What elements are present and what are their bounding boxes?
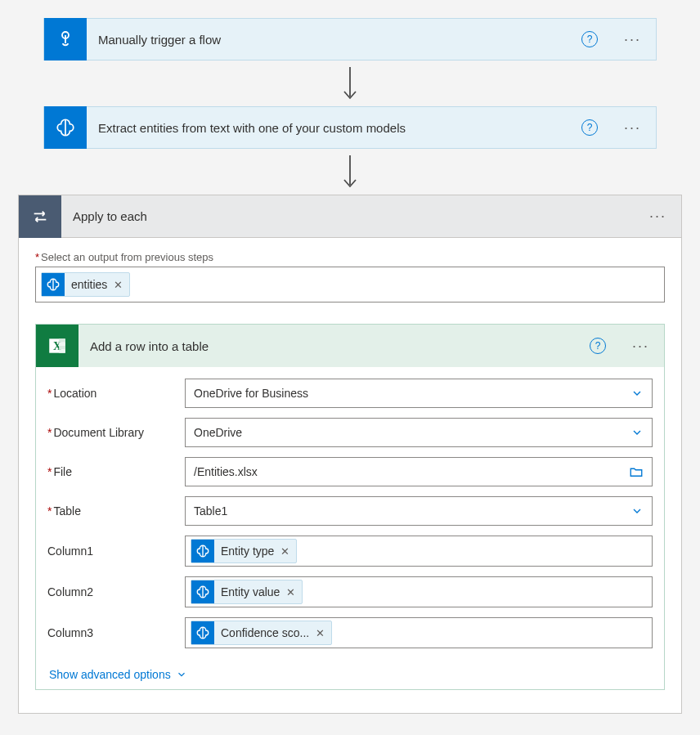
table-dropdown[interactable]: Table1 bbox=[185, 496, 653, 526]
param-location: *Location OneDrive for Business bbox=[47, 379, 653, 408]
param-column2: Column2 Entity value ✕ bbox=[47, 576, 653, 607]
help-icon[interactable]: ? bbox=[581, 119, 598, 136]
token-entity-value[interactable]: Entity value ✕ bbox=[191, 580, 303, 604]
svg-rect-4 bbox=[59, 338, 65, 342]
token-label: Entity value bbox=[221, 585, 280, 598]
token-entities[interactable]: entities ✕ bbox=[41, 272, 130, 297]
excel-icon: X bbox=[36, 325, 79, 367]
file-picker[interactable]: /Entities.xlsx bbox=[185, 457, 653, 486]
add-row-card: X Add a row into a table ? ··· *Location bbox=[35, 324, 665, 690]
chevron-down-icon bbox=[176, 669, 187, 680]
param-table: *Table Table1 bbox=[47, 496, 653, 526]
more-menu-button[interactable]: ··· bbox=[609, 31, 656, 48]
apply-to-each-header[interactable]: Apply to each ··· bbox=[19, 195, 681, 238]
remove-token-button[interactable]: ✕ bbox=[280, 545, 289, 558]
param-file: *File /Entities.xlsx bbox=[47, 457, 653, 486]
trigger-step-card[interactable]: Manually trigger a flow ? ··· bbox=[43, 18, 657, 61]
apply-to-each-title: Apply to each bbox=[61, 209, 635, 223]
extract-step-title: Extract entities from text with one of y… bbox=[87, 121, 581, 135]
more-menu-button[interactable]: ··· bbox=[617, 338, 664, 355]
loop-icon bbox=[19, 195, 61, 238]
token-label: Confidence sco... bbox=[221, 626, 309, 639]
arrow-down-icon bbox=[340, 65, 360, 101]
trigger-step-title: Manually trigger a flow bbox=[87, 33, 581, 47]
ai-brain-icon bbox=[42, 273, 65, 296]
svg-rect-6 bbox=[59, 346, 65, 349]
remove-token-button[interactable]: ✕ bbox=[316, 627, 325, 639]
token-confidence-score[interactable]: Confidence sco... ✕ bbox=[191, 621, 332, 645]
ai-brain-icon bbox=[44, 106, 87, 149]
ai-brain-icon bbox=[191, 621, 214, 644]
remove-token-button[interactable]: ✕ bbox=[286, 586, 295, 598]
column2-input[interactable]: Entity value ✕ bbox=[185, 576, 653, 607]
chevron-down-icon bbox=[630, 387, 644, 400]
token-label: entities bbox=[71, 278, 107, 291]
extract-step-card[interactable]: Extract entities from text with one of y… bbox=[43, 106, 657, 149]
add-row-title: Add a row into a table bbox=[79, 339, 590, 353]
ai-brain-icon bbox=[191, 580, 214, 603]
chevron-down-icon bbox=[630, 426, 644, 439]
arrow-down-icon bbox=[340, 154, 360, 190]
location-dropdown[interactable]: OneDrive for Business bbox=[185, 379, 653, 408]
chevron-down-icon bbox=[630, 504, 644, 518]
add-row-params: *Location OneDrive for Business *Documen… bbox=[36, 367, 664, 689]
more-menu-button[interactable]: ··· bbox=[635, 208, 681, 225]
output-from-label: *Select an output from previous steps bbox=[35, 251, 665, 263]
folder-icon[interactable] bbox=[629, 464, 644, 479]
apply-to-each-container: Apply to each ··· *Select an output from… bbox=[18, 195, 682, 714]
output-from-input[interactable]: entities ✕ bbox=[35, 267, 665, 303]
required-asterisk: * bbox=[35, 251, 39, 263]
add-row-header[interactable]: X Add a row into a table ? ··· bbox=[36, 325, 664, 367]
flow-canvas: Manually trigger a flow ? ··· Extract en… bbox=[18, 18, 682, 714]
ai-brain-icon bbox=[191, 540, 214, 562]
show-advanced-options-link[interactable]: Show advanced options bbox=[47, 658, 653, 686]
touch-icon bbox=[44, 18, 87, 61]
param-doclib: *Document Library OneDrive bbox=[47, 418, 653, 447]
svg-rect-7 bbox=[59, 349, 65, 352]
column3-input[interactable]: Confidence sco... ✕ bbox=[185, 617, 653, 648]
svg-rect-5 bbox=[59, 343, 65, 346]
help-icon[interactable]: ? bbox=[590, 338, 606, 354]
token-entity-type[interactable]: Entity type ✕ bbox=[191, 539, 297, 563]
param-column1: Column1 Entity type ✕ bbox=[47, 536, 653, 567]
more-menu-button[interactable]: ··· bbox=[609, 119, 656, 137]
token-label: Entity type bbox=[221, 545, 274, 558]
param-column3: Column3 Confidence sco... ✕ bbox=[47, 617, 653, 648]
doclib-dropdown[interactable]: OneDrive bbox=[185, 418, 653, 447]
column1-input[interactable]: Entity type ✕ bbox=[185, 536, 653, 567]
apply-to-each-body: *Select an output from previous steps en… bbox=[19, 238, 681, 713]
remove-token-button[interactable]: ✕ bbox=[114, 279, 123, 291]
help-icon[interactable]: ? bbox=[581, 31, 598, 47]
